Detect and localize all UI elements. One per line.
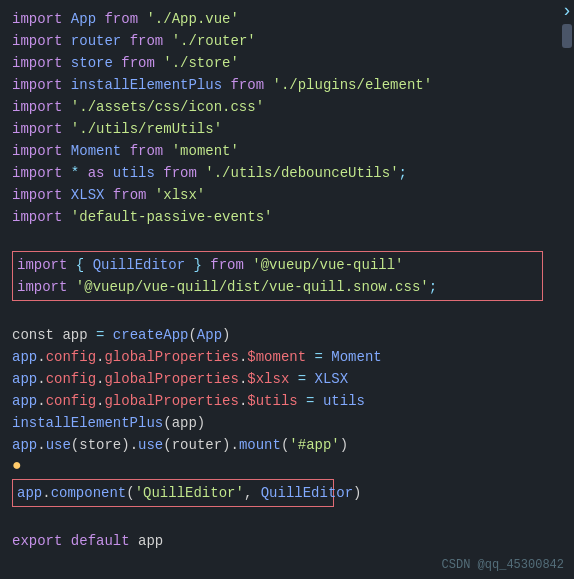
empty-line-2 [12,302,548,324]
scroll-arrow-icon: › [562,2,573,20]
line-app-5: installElementPlus(app) [12,412,548,434]
editor-container: import App from './App.vue' import route… [0,0,574,579]
line-app-2: app.config.globalProperties.$moment = Mo… [12,346,548,368]
line-10: import 'default-passive-events' [12,206,548,228]
highlighted-import-block: import { QuillEditor } from '@vueup/vue-… [12,251,543,301]
line-2: import router from './router' [12,30,548,52]
line-export: export default app [12,530,548,552]
line-1: import App from './App.vue' [12,8,548,30]
line-6: import './utils/remUtils' [12,118,548,140]
scrollbar-thumb[interactable] [562,24,572,48]
line-app-1: const app = createApp(App) [12,324,548,346]
line-app-4: app.config.globalProperties.$utils = uti… [12,390,548,412]
line-7: import Moment from 'moment' [12,140,548,162]
line-3: import store from './store' [12,52,548,74]
empty-line-3 [12,508,548,530]
line-8: import * as utils from './utils/debounce… [12,162,548,184]
yellow-dot-icon: ● [12,454,22,480]
component-highlight-block: app.component('QuillEditor', QuillEditor… [12,479,334,507]
line-app-3: app.config.globalProperties.$xlsx = XLSX [12,368,548,390]
line-component: app.component('QuillEditor', QuillEditor… [17,482,329,504]
line-app-6: app.use(store).use(router).mount('#app') [12,434,548,456]
scrollbar[interactable]: › [560,0,574,579]
line-5: import './assets/css/icon.css' [12,96,548,118]
line-4: import installElementPlus from './plugin… [12,74,548,96]
watermark: CSDN @qq_45300842 [432,552,574,579]
code-area: import App from './App.vue' import route… [0,0,560,579]
line-quill-1: import { QuillEditor } from '@vueup/vue-… [17,254,538,276]
line-9: import XLSX from 'xlsx' [12,184,548,206]
yellow-indicator-row: ● [12,456,548,478]
empty-line-1 [12,228,548,250]
line-quill-2: import '@vueup/vue-quill/dist/vue-quill.… [17,276,538,298]
